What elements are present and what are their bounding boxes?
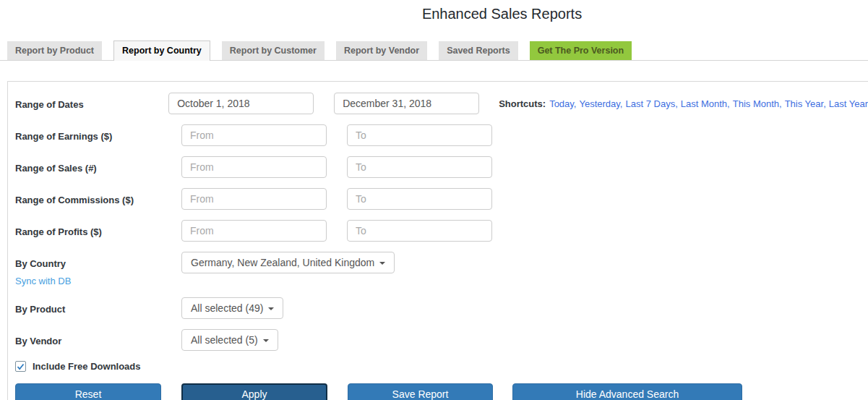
save-report-button[interactable]: Save Report (348, 383, 493, 400)
country-select[interactable]: Germany, New Zealand, United Kingdom (181, 252, 395, 273)
reset-button[interactable]: Reset (15, 383, 161, 400)
apply-button[interactable]: Apply (181, 383, 327, 400)
profits-from-input[interactable] (181, 220, 327, 242)
tab-report-by-country[interactable]: Report by Country (113, 41, 210, 61)
tab-saved-reports[interactable]: Saved Reports (439, 41, 518, 60)
action-buttons: Reset Apply Save Report Hide Advanced Se… (15, 383, 868, 400)
by-vendor-row: By Vendor All selected (5) (15, 329, 868, 351)
range-of-dates-row: Range of Dates Shortcuts:Today,Yesterday… (15, 93, 868, 114)
date-shortcuts: Shortcuts:Today,Yesterday,Last 7 Days,La… (499, 93, 868, 109)
earnings-to-input[interactable] (347, 124, 492, 146)
shortcut-last-7-days[interactable]: Last 7 Days (625, 98, 675, 109)
shortcuts-label: Shortcuts: (499, 98, 546, 109)
sales-to-input[interactable] (347, 156, 492, 178)
range-of-dates-label: Range of Dates (15, 99, 84, 110)
by-product-row: By Product All selected (49) (15, 297, 868, 319)
chevron-down-icon (379, 262, 385, 265)
tab-report-by-vendor[interactable]: Report by Vendor (336, 41, 427, 60)
chevron-down-icon (268, 307, 274, 310)
range-of-commissions-row: Range of Commissions ($) (15, 188, 868, 210)
tab-bar: Report by Product Report by Country Repo… (0, 41, 868, 61)
by-vendor-label: By Vendor (15, 336, 61, 346)
profits-to-input[interactable] (347, 220, 492, 242)
tab-get-pro-version[interactable]: Get The Pro Version (530, 41, 632, 60)
vendor-select-value: All selected (5) (191, 334, 258, 346)
range-of-earnings-row: Range of Earnings ($) (15, 124, 868, 146)
range-of-sales-row: Range of Sales (#) (15, 156, 868, 178)
shortcut-last-month[interactable]: Last Month (681, 98, 727, 109)
page-title: Enhanced Sales Reports (68, 6, 868, 22)
shortcut-last-year[interactable]: Last Year (829, 98, 868, 109)
sales-from-input[interactable] (181, 156, 327, 178)
tab-report-by-product[interactable]: Report by Product (7, 41, 102, 60)
commissions-from-input[interactable] (181, 188, 327, 210)
shortcut-yesterday[interactable]: Yesterday (579, 98, 619, 109)
by-product-label: By Product (15, 304, 65, 315)
checkmark-icon (17, 363, 25, 370)
hide-advanced-search-button[interactable]: Hide Advanced Search (512, 383, 742, 400)
range-of-profits-label: Range of Profits ($) (15, 226, 102, 237)
commissions-to-input[interactable] (347, 188, 492, 210)
range-of-earnings-label: Range of Earnings ($) (15, 131, 112, 142)
date-from-input[interactable] (168, 93, 314, 114)
include-free-downloads-row: Include Free Downloads (15, 361, 868, 372)
range-of-sales-label: Range of Sales (#) (15, 163, 97, 174)
product-select[interactable]: All selected (49) (181, 297, 283, 319)
by-country-label: By Country (15, 258, 66, 269)
vendor-select[interactable]: All selected (5) (181, 329, 278, 351)
range-of-profits-row: Range of Profits ($) (15, 220, 868, 242)
include-free-downloads-label: Include Free Downloads (33, 361, 141, 372)
country-select-value: Germany, New Zealand, United Kingdom (191, 257, 374, 268)
product-select-value: All selected (49) (191, 302, 263, 314)
by-country-row: By Country Sync with DB Germany, New Zea… (15, 252, 868, 287)
include-free-downloads-checkbox[interactable] (15, 361, 26, 372)
shortcut-today[interactable]: Today (549, 98, 574, 109)
shortcut-this-month[interactable]: This Month (733, 98, 779, 109)
range-of-commissions-label: Range of Commissions ($) (15, 195, 134, 205)
shortcut-this-year[interactable]: This Year (785, 98, 824, 109)
sync-with-db-link[interactable]: Sync with DB (15, 276, 71, 286)
chevron-down-icon (263, 339, 269, 342)
date-to-input[interactable] (334, 93, 479, 114)
advanced-search-panel: Range of Dates Shortcuts:Today,Yesterday… (7, 81, 868, 400)
earnings-from-input[interactable] (181, 124, 327, 146)
tab-report-by-customer[interactable]: Report by Customer (222, 41, 325, 60)
